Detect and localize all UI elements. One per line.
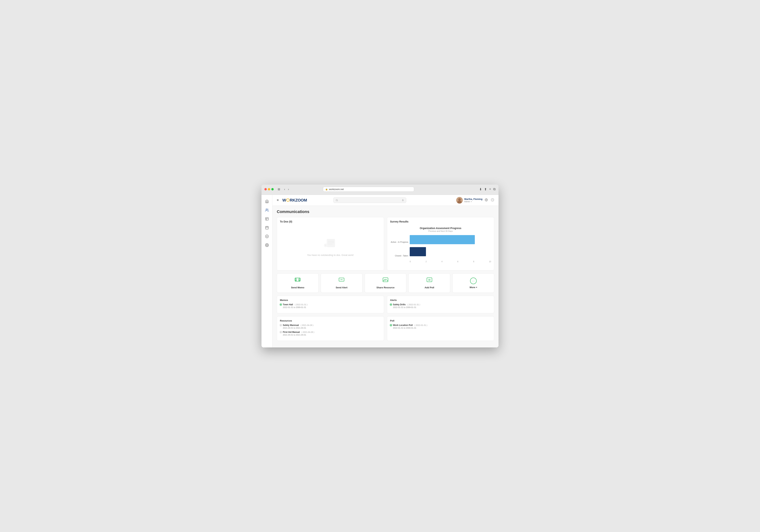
alert-item-range: 2022-01-31 to 2099-01-31 (393, 306, 491, 309)
svg-line-10 (337, 201, 338, 201)
sidebar-item-chart[interactable] (263, 215, 270, 222)
search-icon (336, 199, 338, 202)
search-input[interactable] (339, 199, 401, 202)
send-memo-label: Send Memo (291, 286, 304, 289)
lock-icon: 🔒 (325, 188, 328, 190)
send-memo-card[interactable]: Send Memo (277, 273, 318, 293)
user-circle-icon-button[interactable] (490, 198, 495, 203)
sidebar (261, 195, 272, 347)
chart-area: Active - In Progress Closed - Taken (390, 235, 491, 263)
more-label: More ▾ (470, 286, 477, 289)
logo: W RKZOOM (282, 198, 307, 203)
user-avatar (456, 197, 463, 204)
resource-status-dot-2 (280, 331, 282, 333)
user-details: Martha, Fleming Admin ▾ (464, 198, 483, 203)
resource-item-range-2: 2021-04-01 to 2021-04-01 (283, 334, 381, 336)
bar-closed (410, 247, 491, 256)
logo-o-icon (286, 198, 290, 202)
todo-empty-icon (323, 236, 338, 252)
resource-item-safetymannual: Safety Mannual ( 2021-04-28 ) 2021-04-01… (280, 324, 381, 329)
browser-actions: ⬇ ⬆ + ⧉ (479, 187, 496, 191)
more-icon: ··· (470, 277, 477, 284)
share-resource-icon (383, 277, 388, 284)
download-button[interactable]: ⬇ (479, 187, 482, 191)
main-content: Communications To Dos (0) (272, 206, 499, 347)
url-display: workzoom.net (329, 188, 344, 191)
svg-point-14 (458, 198, 461, 201)
top-nav: ≡ W RKZOOM (272, 195, 499, 206)
bar-active (410, 235, 491, 244)
traffic-lights (264, 188, 274, 190)
logo-text-w: W (282, 198, 286, 203)
more-card[interactable]: ··· More ▾ (452, 273, 494, 293)
maximize-button[interactable] (271, 188, 274, 190)
share-button[interactable]: ⬆ (484, 187, 487, 191)
poll-card: Poll Work Location Poll ( 2022-01-31 ) 2… (387, 316, 494, 341)
poll-item-date: ( 2022-01-31 ) (414, 324, 427, 326)
resource-item-date-2: ( 2021-04-28 ) (302, 331, 314, 333)
bottom-grid-resources-poll: Resources Safety Mannual ( 2021-04-28 ) … (277, 316, 494, 341)
alert-item-name: Safety Drills (393, 303, 405, 306)
alerts-section-title: Alerts (390, 299, 491, 302)
add-poll-label: Add Poll (424, 286, 434, 289)
sidebar-item-home[interactable] (263, 198, 270, 205)
chart-label-closed: Closed - Taken (390, 254, 408, 258)
bar-active-fill (410, 235, 475, 244)
search-bar[interactable] (333, 197, 406, 203)
chart-title: Organization Assesment Progress (390, 227, 491, 230)
more-chevron-icon: ▾ (476, 286, 477, 288)
user-name-display: Martha, Fleming (464, 198, 483, 200)
back-button[interactable]: ‹ (283, 187, 286, 191)
memo-item-townhall: Town Hall ( 2022-01-31 ) 2022-01-31 to 2… (280, 303, 381, 309)
memo-item-date: ( 2022-01-31 ) (295, 304, 308, 306)
memo-item-name: Town Hall (283, 303, 293, 306)
todos-card-title: To Dos (0) (280, 220, 381, 223)
chart-bars-wrapper: 0 2 4 6 8 10 (410, 235, 491, 263)
sidebar-item-calendar[interactable] (263, 224, 270, 231)
memo-item-range: 2022-01-31 to 2099-01-31 (283, 306, 381, 309)
poll-section-title: Poll (390, 319, 491, 322)
bar-closed-fill (410, 247, 426, 256)
send-alert-icon (339, 277, 345, 284)
todo-empty-state: You have no outstanding to dos. Great wo… (280, 225, 381, 267)
resources-card: Resources Safety Mannual ( 2021-04-28 ) … (277, 316, 384, 341)
poll-status-dot (390, 324, 392, 326)
poll-item-name: Work Location Poll (393, 324, 413, 326)
mic-icon (402, 199, 404, 202)
share-resource-label: Share Resource (376, 286, 395, 289)
svg-rect-1 (265, 218, 268, 220)
logo-text-rkzoom: RKZOOM (290, 198, 307, 203)
address-bar[interactable]: 🔒 workzoom.net (323, 187, 414, 192)
forward-button[interactable]: › (287, 187, 290, 191)
resource-item-date-1: ( 2021-04-28 ) (301, 324, 313, 326)
todos-card: To Dos (0) (277, 217, 384, 270)
close-button[interactable] (264, 188, 267, 190)
survey-card-title: Survey Results (390, 220, 491, 223)
chart-subtitle: Previous and Next 30 Days (390, 230, 491, 232)
send-alert-card[interactable]: Send Alert (321, 273, 362, 293)
copy-button[interactable]: ⧉ (493, 187, 496, 191)
resource-status-dot-1 (280, 324, 282, 326)
alert-item-safetydrills: Safety Drills ( 2022-01-31 ) 2022-01-31 … (390, 303, 491, 309)
send-memo-icon (295, 277, 301, 284)
top-cards-grid: To Dos (0) (277, 217, 494, 270)
location-icon-button[interactable] (484, 198, 489, 203)
sidebar-item-dollar[interactable] (263, 233, 270, 240)
sidebar-item-settings[interactable] (263, 241, 270, 249)
new-tab-button[interactable]: + (489, 187, 491, 191)
survey-card: Survey Results Organization Assesment Pr… (387, 217, 494, 270)
sidebar-toggle-button[interactable]: ⊞ (277, 187, 281, 191)
resource-item-name-2: First Aid Manual (283, 331, 300, 333)
add-poll-card[interactable]: Add Poll (408, 273, 450, 293)
alert-item-date: ( 2022-01-31 ) (407, 304, 420, 306)
user-info: Martha, Fleming Admin ▾ (456, 197, 495, 204)
sidebar-item-people[interactable] (263, 207, 270, 214)
alert-status-dot (390, 304, 392, 306)
hamburger-button[interactable]: ≡ (276, 198, 279, 203)
minimize-button[interactable] (268, 188, 270, 190)
memo-status-dot (280, 304, 282, 306)
share-resource-card[interactable]: Share Resource (365, 273, 406, 293)
add-poll-icon (426, 277, 432, 284)
chart-labels: Active - In Progress Closed - Taken (390, 235, 408, 263)
memos-card: Memos Town Hall ( 2022-01-31 ) 2022-01-3… (277, 296, 384, 313)
